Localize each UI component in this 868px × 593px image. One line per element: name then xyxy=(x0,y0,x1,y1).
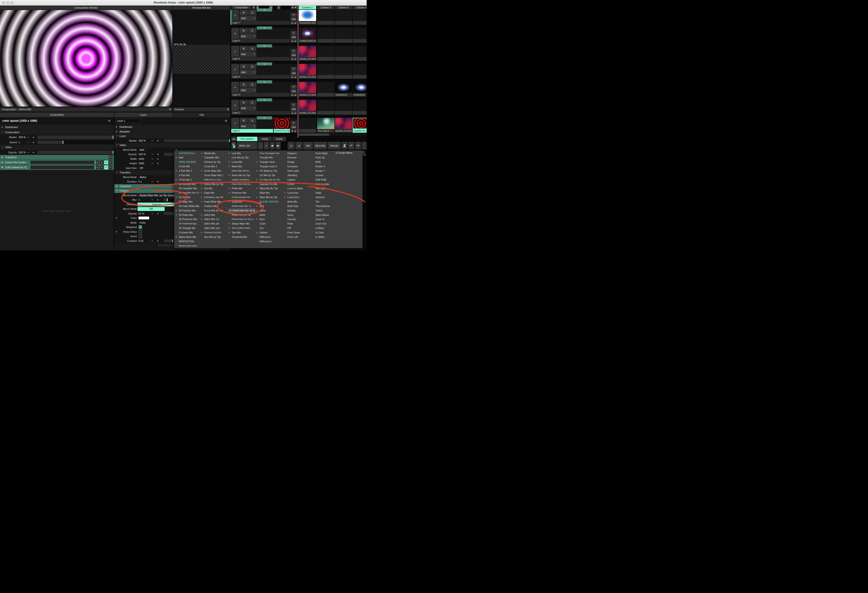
bpm-double-button[interactable]: ×2 xyxy=(295,142,303,150)
clip-cell[interactable] xyxy=(335,10,352,25)
layer-name-bar[interactable]: Layer 5 xyxy=(231,57,290,61)
clip-cell[interactable] xyxy=(317,28,334,43)
checkbox-unchecked[interactable] xyxy=(139,230,142,233)
collapse-right-icon[interactable]: ▶ xyxy=(1,155,3,160)
clip-thumbnail[interactable] xyxy=(299,64,316,75)
menu-item-to-white[interactable]: to White xyxy=(316,235,325,239)
menu-item-glitch-mix-old[interactable]: Glitch MIx old xyxy=(204,222,219,226)
menu-item-triangle-mix[interactable]: Triangle Mix xyxy=(260,155,273,160)
clip-thumbnail-empty[interactable] xyxy=(317,46,334,57)
clip-cell[interactable] xyxy=(317,64,334,79)
layer-skip-forward-button[interactable]: ▶| xyxy=(294,75,297,79)
collapse-right-icon[interactable]: ▶ xyxy=(1,165,3,170)
menu-item-circle-mix-2[interactable]: Circle Mix 2 xyxy=(204,164,217,169)
clip-cell[interactable] xyxy=(335,100,352,115)
layer-clear-button[interactable]: × xyxy=(231,28,239,39)
layer-transition-time-button[interactable]: T xyxy=(291,121,297,125)
menu-item-edge-mix[interactable]: Edge Mix xyxy=(204,191,214,195)
menu-item-push-right[interactable]: Push Right xyxy=(316,151,328,156)
param-slider[interactable] xyxy=(37,151,114,154)
decrement-button[interactable]: − xyxy=(152,157,153,161)
clip-thumbnail[interactable] xyxy=(299,28,316,39)
menu-item-wipe-mix[interactable]: Wipe Mix xyxy=(260,191,270,195)
solo-button[interactable]: S xyxy=(277,6,280,9)
collapse-right-icon[interactable]: ▶ xyxy=(116,125,117,129)
menu-item-overlay[interactable]: Overlay xyxy=(287,217,296,222)
decrement-button[interactable]: − xyxy=(152,198,153,202)
clip-cell[interactable] xyxy=(317,10,334,25)
layer-skip-forward-button[interactable]: ▶| xyxy=(294,21,297,25)
menu-item-blend-modes[interactable]: BLEND MODES xyxy=(260,200,279,204)
menu-item-polka-mix[interactable]: Polka Mix xyxy=(232,186,242,191)
bpm-increase-button[interactable]: + xyxy=(264,142,269,150)
clip-thumbnail-empty[interactable] xyxy=(317,100,334,111)
effect-button-[interactable]: × xyxy=(100,160,103,165)
layer-blend-dropdown[interactable]: Add▾ xyxy=(240,124,256,129)
menu-item-jitterbug[interactable]: JitterBug xyxy=(287,173,297,178)
layer-solo-button[interactable]: S xyxy=(248,46,256,51)
layer-clear-button[interactable]: × xyxy=(231,10,239,21)
menu-item-50-fade-white-mix[interactable]: 50 Fade White Mix xyxy=(179,204,199,208)
param-value[interactable]: 1 xyxy=(139,198,140,202)
menu-item-rgb[interactable]: RGB xyxy=(316,160,321,164)
menu-item-push-down[interactable]: Push Down xyxy=(287,230,300,235)
menu-item-50-catepiller-mix-2-0[interactable]: 50 Catepiller Mix 2.0 xyxy=(179,191,199,195)
resync-button[interactable]: RESYNC xyxy=(314,142,327,150)
metronome-button[interactable] xyxy=(341,142,347,150)
menu-item-radial-wipe-mix-by-tij--selected[interactable]: Radial Wipe Mix by Tij...♥ xyxy=(228,208,255,213)
composition-deck-tab[interactable]: Composition xyxy=(231,6,252,9)
decrement-button[interactable]: − xyxy=(152,239,153,243)
clip-cell[interactable] xyxy=(335,64,352,79)
layer-blend-dropdown[interactable]: Add▾ xyxy=(240,34,256,39)
menu-item-zoom-in[interactable]: Zoom In xyxy=(316,217,325,222)
decrement-button[interactable]: − xyxy=(152,138,153,143)
clip-thumbnail[interactable] xyxy=(335,118,352,129)
transport-extra-button[interactable] xyxy=(362,142,367,150)
layer-video-button[interactable]: V xyxy=(257,26,272,29)
collapse-down-icon[interactable]: ▼ xyxy=(116,188,118,193)
clip-thumbnail-empty[interactable] xyxy=(317,10,334,21)
layer-skip-forward-button[interactable]: ▶| xyxy=(294,93,297,97)
layer-blend-dropdown[interactable]: Add▾ xyxy=(240,70,256,75)
menu-item-exclusion[interactable]: Exclusion xyxy=(287,164,298,169)
param-value[interactable]: 0 s xyxy=(139,180,142,184)
layer-solo-button[interactable]: S xyxy=(248,118,256,123)
layer-clear-button[interactable]: × xyxy=(231,100,239,111)
menu-item-radial-wipe-by-tijn-c-[interactable]: Radial Wipe by Tijn (c... xyxy=(232,217,255,222)
menu-item-circle-wipe-mix-2[interactable]: Circle Wipe Mix 2 xyxy=(204,173,223,178)
bpm-display[interactable]: BPM 120 xyxy=(237,142,257,150)
clip-thumbnail[interactable] xyxy=(299,100,316,111)
menu-item-blinds-mix[interactable]: Blinds Mix xyxy=(204,151,216,156)
layer-name-bar[interactable]: Layer 1 xyxy=(231,129,273,133)
menu-item-tile[interactable]: Tile xyxy=(316,200,319,204)
menu-item-4-part-mix[interactable]: 4 Part Mix xyxy=(179,173,190,178)
menu-item-alpha[interactable]: Alpha xyxy=(260,208,266,213)
menu-item-50-posterise-mix[interactable]: 50 Posterise Mix xyxy=(179,217,197,222)
clip-thumbnail-empty[interactable] xyxy=(353,28,367,39)
menu-item-rotate-y[interactable]: Rotate Y xyxy=(316,169,325,173)
menu-item-star-mix[interactable]: Star Mix xyxy=(232,230,241,235)
clip-thumbnail-empty[interactable] xyxy=(335,64,352,75)
menu-item-mask-mix[interactable]: Mask Mix xyxy=(232,164,242,169)
param-value[interactable]: 100 % xyxy=(139,138,146,143)
layer-video-button[interactable]: V xyxy=(257,116,272,119)
menu-item-9-screen-mix[interactable]: 9 screen Mix xyxy=(179,230,193,235)
preview-settings-icon[interactable]: ⚙ xyxy=(227,107,229,112)
clip-cell[interactable]: Untitled(15) xyxy=(353,82,367,97)
favorite-heart-icon[interactable]: ♥ xyxy=(251,208,253,213)
layer-bypass-button[interactable]: B xyxy=(240,82,248,87)
decrement-button[interactable]: − xyxy=(28,140,29,145)
layer-video-button[interactable]: V xyxy=(257,9,272,12)
undo-button[interactable]: ↶ xyxy=(348,142,354,150)
effect-button-[interactable]: ∠ xyxy=(95,165,99,169)
layer-bypass-button[interactable]: B xyxy=(240,118,248,123)
collapse-right-icon[interactable]: ▶ xyxy=(1,160,3,165)
menu-item-wipe-ellipse[interactable]: Wipe Ellipse xyxy=(316,213,329,217)
menu-item-to-black[interactable]: to Black xyxy=(316,226,324,230)
clip-cell[interactable] xyxy=(353,100,367,115)
menu-item-3-part-mix[interactable]: 3 Part Mix xyxy=(179,164,190,169)
layer-transition-time-button[interactable]: T xyxy=(291,13,297,17)
clip-cell[interactable] xyxy=(353,10,367,25)
layer-name-bar[interactable]: Layer 4 xyxy=(231,75,290,79)
collapse-down-icon[interactable]: ▼ xyxy=(116,170,118,175)
